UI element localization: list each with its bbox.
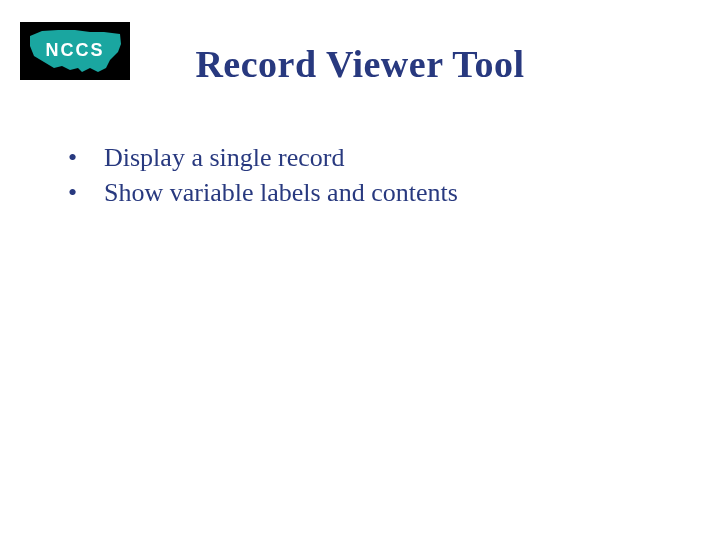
bullet-text: Display a single record <box>104 140 344 175</box>
list-item: • Show variable labels and contents <box>68 175 680 210</box>
list-item: • Display a single record <box>68 140 680 175</box>
slide: NCCS Record Viewer Tool • Display a sing… <box>0 0 720 540</box>
slide-title: Record Viewer Tool <box>0 42 720 86</box>
bullet-icon: • <box>68 175 104 210</box>
bullet-text: Show variable labels and contents <box>104 175 458 210</box>
bullet-icon: • <box>68 140 104 175</box>
bullet-list: • Display a single record • Show variabl… <box>68 140 680 210</box>
